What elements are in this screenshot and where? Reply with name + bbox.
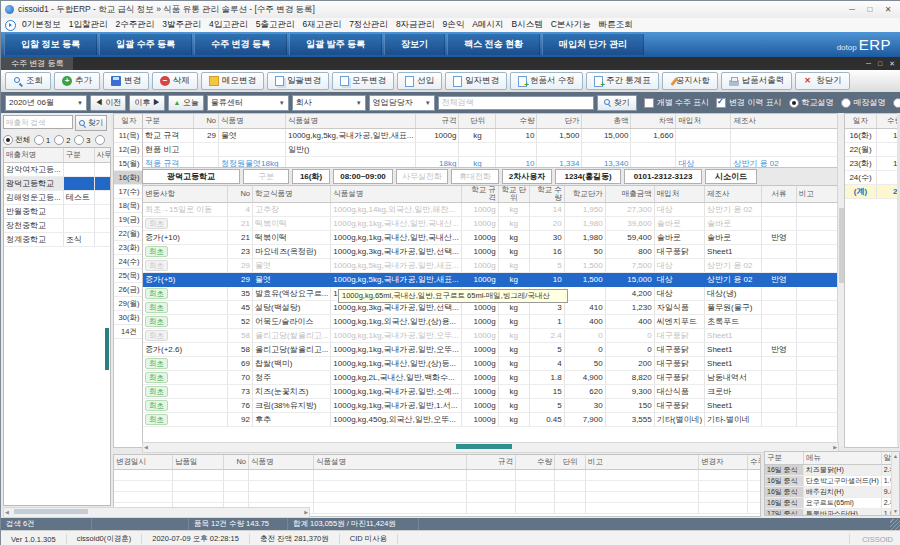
nav-button[interactable]: 장보기 xyxy=(384,34,445,55)
column-header[interactable]: 매출금액 xyxy=(605,186,654,203)
column-header[interactable]: 구분 xyxy=(63,148,94,163)
nav-button[interactable]: 일괄 발주 등록 xyxy=(289,34,382,55)
column-header[interactable]: 총액 xyxy=(582,114,631,129)
change-history-checkbox[interactable]: 변경 이력 표시 xyxy=(716,97,781,108)
table-row[interactable]: 16일 중식요구르트(65ml)2.우유 xyxy=(765,498,900,509)
window-minimize-button[interactable]: ─ xyxy=(843,5,861,14)
scroll-right-arrow-icon[interactable]: ▶ xyxy=(833,444,837,450)
menu-item[interactable]: 2수주관리 xyxy=(115,19,154,31)
date-change-button[interactable]: 일자변경 xyxy=(445,72,507,90)
close-window-button[interactable]: 창닫기 xyxy=(795,72,850,90)
table-row[interactable]: 17(수) xyxy=(114,185,143,199)
notice-button[interactable]: 공지사항 xyxy=(662,72,718,90)
table-row[interactable]: 현품 비고일반() xyxy=(143,143,839,157)
nav-button[interactable]: 일괄 수주 등록 xyxy=(99,34,192,55)
table-row[interactable]: 25(목) xyxy=(114,269,143,283)
table-row[interactable]: 12(금) xyxy=(114,143,143,157)
table-row[interactable]: 최초29물엿1000g,kg,5kg,국내가공,일반,새표...1000gkg5… xyxy=(143,259,839,273)
menu-item[interactable]: 4입고관리 xyxy=(209,19,248,31)
company-select[interactable]: 회사▼ xyxy=(292,95,366,111)
menu-item[interactable]: 7정산관리 xyxy=(349,19,388,31)
table-row[interactable]: 감악여자고등... xyxy=(4,163,111,177)
global-search-input[interactable] xyxy=(438,96,594,110)
table-row[interactable]: 증가(+2.6)58올리고당(쌀올리고...1000g,kg,1kg,국내가공,… xyxy=(143,343,839,357)
customer-find-button[interactable]: 찾기 xyxy=(75,115,107,131)
nav-button[interactable]: 매입처 단가 관리 xyxy=(542,34,644,55)
scroll-down-arrow-icon[interactable]: ▼ xyxy=(893,508,898,514)
school-info-field[interactable]: 2차사용자 xyxy=(502,169,552,184)
school-desc-radio[interactable]: 학교설명 xyxy=(789,97,834,108)
store-desc-radio[interactable]: 매장설명 xyxy=(841,97,886,108)
menu-item[interactable]: 6재고관리 xyxy=(302,19,341,31)
delete-button[interactable]: 삭제 xyxy=(152,72,198,90)
customer-filter-radio[interactable]: 3 xyxy=(74,135,90,145)
column-header[interactable]: No xyxy=(224,455,249,470)
table-row[interactable]: 16(화)10 xyxy=(845,129,899,143)
table-row[interactable]: 최초52어묵도/슬라이스1000g,kg,1kg,외국산,일반,(상)용...1… xyxy=(143,315,839,329)
column-header[interactable]: 비고 xyxy=(586,455,699,470)
table-row[interactable]: 김해영운고등...테스트 xyxy=(4,191,111,205)
table-row[interactable]: 증가(+5)29물엿1000g,kg,5kg,국내가공,일반,새표...1000… xyxy=(143,273,839,287)
menu-item[interactable]: 1입찰관리 xyxy=(69,19,108,31)
find-button[interactable]: 찾기 xyxy=(597,95,637,111)
memo-change-button[interactable]: 메모변경 xyxy=(201,72,264,90)
scrollbar-thumb[interactable] xyxy=(456,444,512,449)
column-header[interactable]: 사무실 xyxy=(94,148,111,163)
table-row[interactable]: (계)26 xyxy=(845,185,899,199)
table-row[interactable]: 최초76크림(38%유지방)1000g,kg,1kg,국내가공,일반,1.서..… xyxy=(143,399,839,413)
menu-item[interactable]: 0기본정보 xyxy=(22,19,61,31)
column-header[interactable]: 학교 단위 xyxy=(498,186,529,203)
column-header[interactable]: 수량 xyxy=(877,114,900,129)
table-row[interactable]: 최초70청주1000g,kg,2L,국내산,일반,백화수...1000gkg1.… xyxy=(143,371,839,385)
first-in-button[interactable]: 선입 xyxy=(397,72,442,90)
table-row[interactable]: 17일 중식투움바파스타(H)1.난류,2.우유,5.대... xyxy=(765,509,900,517)
table-row[interactable]: 장천중학교 xyxy=(4,219,111,233)
table-row[interactable]: 16일 중식배추김치(H)9.새우 xyxy=(765,487,900,498)
column-header[interactable]: 학교단가 xyxy=(564,186,605,203)
main-grid-horizontal-scrollbar[interactable]: ◀ ▶ xyxy=(142,442,839,453)
column-header[interactable]: 학교 수량 xyxy=(529,186,564,203)
column-header[interactable]: 식품설명 xyxy=(331,186,461,203)
tab-order-change[interactable]: 수주 변경 등록 xyxy=(1,57,73,70)
table-row[interactable]: 22(월)3 xyxy=(845,143,899,157)
column-header[interactable]: 일자 xyxy=(845,114,877,129)
school-info-field[interactable]: 시소이드 xyxy=(705,169,757,184)
column-header[interactable]: 구분 xyxy=(143,114,194,129)
column-header[interactable]: 식품설명 xyxy=(314,455,467,470)
school-info-field[interactable]: 사무실전화 xyxy=(396,169,448,184)
table-row[interactable]: 24(수) xyxy=(114,255,143,269)
total-display-radio[interactable]: 합계표시 xyxy=(893,97,900,108)
resize-grip[interactable] xyxy=(890,519,900,530)
window-close-button[interactable]: ✕ xyxy=(879,5,897,14)
mdi-restore-button[interactable]: □ xyxy=(878,60,882,67)
column-header[interactable]: 일자 xyxy=(114,114,143,129)
edit-sheet-button[interactable]: 현품서 수정 xyxy=(510,72,583,90)
table-row[interactable]: 18(목) xyxy=(114,199,143,213)
table-row[interactable]: 15(월) xyxy=(114,157,143,171)
school-info-field[interactable]: 08:00~09:00 xyxy=(333,169,393,184)
customer-search-input[interactable] xyxy=(3,115,73,129)
column-header[interactable]: 단위 xyxy=(555,455,586,470)
menu-item[interactable]: 5출고관리 xyxy=(256,19,295,31)
school-info-field[interactable]: 휴대전화 xyxy=(451,169,499,184)
mdi-close-button[interactable]: ✕ xyxy=(889,60,895,68)
left-horizontal-scrollbar[interactable]: ◀ ▶ xyxy=(3,507,310,518)
table-row[interactable]: 학교 규격29물엿1000g,kg,5kg,국내가공,일반,새표...1000g… xyxy=(143,129,839,143)
individual-order-checkbox[interactable]: 개별 수주 표시 xyxy=(644,97,709,108)
column-header[interactable]: 단위 xyxy=(459,114,496,129)
sales-manager-select[interactable]: 영업담당자▼ xyxy=(369,95,435,111)
column-header[interactable]: 차액 xyxy=(631,114,676,129)
print-delivery-button[interactable]: 납품서출력 xyxy=(721,72,793,90)
column-header[interactable]: 규격 xyxy=(467,455,516,470)
school-info-field[interactable]: 구분 xyxy=(243,169,289,184)
menu-play-icon[interactable] xyxy=(5,20,16,31)
table-row[interactable]: 22(월) xyxy=(114,227,143,241)
table-row[interactable]: 적용 규격청정원물엿18kg18kgkg101,33413,340대상상반기 용… xyxy=(143,157,839,169)
column-header[interactable]: 수량 xyxy=(496,114,537,129)
weekly-stats-button[interactable]: 주간 통계표 xyxy=(586,72,659,90)
menu-item[interactable]: 8자금관리 xyxy=(396,19,435,31)
table-row[interactable]: 11(목) xyxy=(114,129,143,143)
table-row[interactable]: 최초73치즈(눈꽃치즈)1000g,kg,1kg,국내가공,일반,소예...10… xyxy=(143,385,839,399)
column-header[interactable]: 학교식품명 xyxy=(253,186,331,203)
table-row[interactable]: 최초23마요네즈(옥정란)1000g,kg,3kg,국내가공,일반,선택...1… xyxy=(143,245,839,259)
